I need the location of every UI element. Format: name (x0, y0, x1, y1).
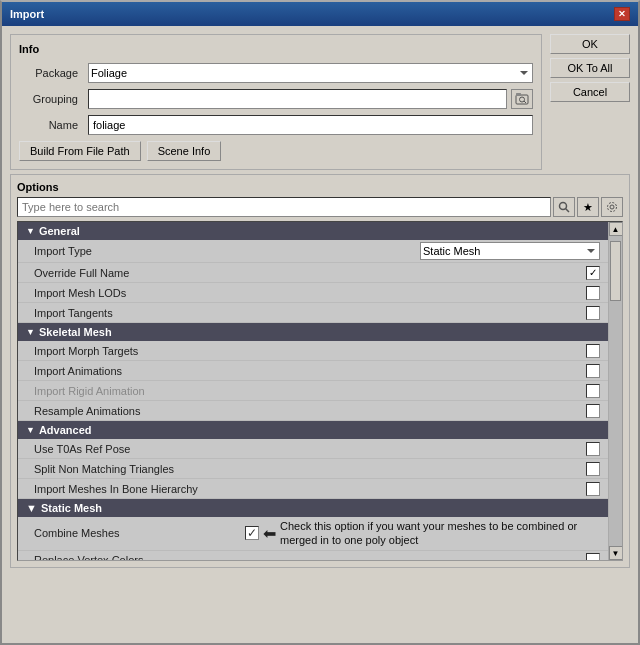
favorites-button[interactable]: ★ (577, 197, 599, 217)
build-from-path-button[interactable]: Build From File Path (19, 141, 141, 161)
properties-scroll-container: ▼ General Import Type Static Mesh Skelet… (17, 221, 623, 561)
scrollbar-up-button[interactable]: ▲ (609, 222, 623, 236)
resample-animations-row: Resample Animations (18, 401, 608, 421)
dialog-body: Info Package Foliage Grouping (2, 26, 638, 576)
annotation-arrow-icon: ⬅ (263, 524, 276, 543)
ok-to-all-button[interactable]: OK To All (550, 58, 630, 78)
settings-button[interactable] (601, 197, 623, 217)
import-meshes-bone-label: Import Meshes In Bone Hierarchy (34, 483, 586, 495)
info-title: Info (19, 43, 533, 55)
svg-rect-1 (516, 93, 521, 96)
import-tangents-row: Import Tangents (18, 303, 608, 323)
static-mesh-arrow: ▼ (26, 502, 37, 514)
import-type-label: Import Type (34, 245, 420, 257)
advanced-title: Advanced (39, 424, 92, 436)
import-animations-checkbox[interactable] (586, 364, 600, 378)
star-icon: ★ (583, 201, 593, 214)
grouping-label: Grouping (19, 93, 84, 105)
properties-list: ▼ General Import Type Static Mesh Skelet… (18, 222, 608, 560)
name-row: Name (19, 115, 533, 135)
package-select[interactable]: Foliage (88, 63, 533, 83)
import-morph-targets-checkbox[interactable] (586, 344, 600, 358)
grouping-row: Grouping (19, 89, 533, 109)
general-arrow: ▼ (26, 226, 35, 236)
search-input[interactable] (17, 197, 551, 217)
package-label: Package (19, 67, 84, 79)
import-rigid-animation-row: Import Rigid Animation (18, 381, 608, 401)
search-button[interactable] (553, 197, 575, 217)
svg-point-6 (610, 205, 614, 209)
scrollbar-down-button[interactable]: ▼ (609, 546, 623, 560)
general-section-header: ▼ General (18, 222, 608, 240)
replace-vertex-colors-label: Replace Vertex Colors (34, 554, 586, 560)
replace-vertex-colors-row: Replace Vertex Colors (18, 551, 608, 560)
import-rigid-animation-label: Import Rigid Animation (34, 385, 586, 397)
package-row: Package Foliage (19, 63, 533, 83)
split-non-matching-checkbox[interactable] (586, 462, 600, 476)
import-meshes-bone-checkbox[interactable] (586, 482, 600, 496)
override-full-name-checkbox[interactable]: ✓ (586, 266, 600, 280)
use-t0as-label: Use T0As Ref Pose (34, 443, 586, 455)
general-title: General (39, 225, 80, 237)
action-buttons: OK OK To All Cancel (550, 34, 630, 170)
use-t0as-checkbox[interactable] (586, 442, 600, 456)
svg-point-4 (560, 203, 567, 210)
import-meshes-bone-row: Import Meshes In Bone Hierarchy (18, 479, 608, 499)
svg-point-7 (608, 203, 617, 212)
grouping-input[interactable] (88, 89, 507, 109)
import-mesh-lods-row: Import Mesh LODs (18, 283, 608, 303)
import-dialog: Import ✕ Info Package Foliage Grouping (0, 0, 640, 645)
browse-icon (515, 92, 529, 106)
skeletal-mesh-section-header: ▼ Skeletal Mesh (18, 323, 608, 341)
name-label: Name (19, 119, 84, 131)
import-morph-targets-row: Import Morph Targets (18, 341, 608, 361)
combine-meshes-annotation: ⬅ Check this option if you want your mes… (263, 519, 600, 548)
use-t0as-ref-pose-row: Use T0As Ref Pose (18, 439, 608, 459)
resample-animations-checkbox[interactable] (586, 404, 600, 418)
combine-meshes-checkbox[interactable]: ✓ (245, 526, 259, 540)
svg-line-5 (566, 209, 570, 213)
name-input[interactable] (88, 115, 533, 135)
import-type-select[interactable]: Static Mesh Skeletal Mesh Animation (420, 242, 600, 260)
advanced-section-header: ▼ Advanced (18, 421, 608, 439)
close-button[interactable]: ✕ (614, 7, 630, 21)
import-mesh-lods-checkbox[interactable] (586, 286, 600, 300)
dialog-title: Import (10, 8, 44, 20)
split-non-matching-row: Split Non Matching Triangles (18, 459, 608, 479)
cancel-button[interactable]: Cancel (550, 82, 630, 102)
info-section: Info Package Foliage Grouping (10, 34, 542, 170)
advanced-arrow: ▼ (26, 425, 35, 435)
scene-info-button[interactable]: Scene Info (147, 141, 222, 161)
skeletal-title: Skeletal Mesh (39, 326, 112, 338)
split-non-matching-label: Split Non Matching Triangles (34, 463, 586, 475)
scrollbar: ▲ ▼ (608, 222, 622, 560)
resample-animations-label: Resample Animations (34, 405, 586, 417)
import-mesh-lods-label: Import Mesh LODs (34, 287, 586, 299)
search-row: ★ (17, 197, 623, 217)
import-animations-row: Import Animations (18, 361, 608, 381)
combine-meshes-label: Combine Meshes (34, 527, 245, 539)
import-tangents-checkbox[interactable] (586, 306, 600, 320)
gear-icon (606, 201, 618, 213)
replace-vertex-colors-checkbox[interactable] (586, 553, 600, 560)
static-mesh-title: Static Mesh (41, 502, 102, 514)
title-bar: Import ✕ (2, 2, 638, 26)
skeletal-arrow: ▼ (26, 327, 35, 337)
grouping-browse-button[interactable] (511, 89, 533, 109)
scrollbar-thumb[interactable] (610, 241, 621, 301)
override-full-name-row: Override Full Name ✓ (18, 263, 608, 283)
scrollbar-track[interactable] (609, 236, 622, 546)
override-full-name-label: Override Full Name (34, 267, 586, 279)
search-icon (558, 201, 570, 213)
import-morph-targets-label: Import Morph Targets (34, 345, 586, 357)
ok-button[interactable]: OK (550, 34, 630, 54)
svg-line-3 (524, 101, 526, 103)
annotation-text: Check this option if you want your meshe… (280, 519, 600, 548)
options-section: Options ★ (10, 174, 630, 568)
combine-meshes-row: Combine Meshes ✓ ⬅ Check this option if … (18, 517, 608, 551)
import-type-row: Import Type Static Mesh Skeletal Mesh An… (18, 240, 608, 263)
static-mesh-section-header: ▼ Static Mesh (18, 499, 608, 517)
build-buttons: Build From File Path Scene Info (19, 141, 533, 161)
import-rigid-animation-checkbox[interactable] (586, 384, 600, 398)
import-animations-label: Import Animations (34, 365, 586, 377)
